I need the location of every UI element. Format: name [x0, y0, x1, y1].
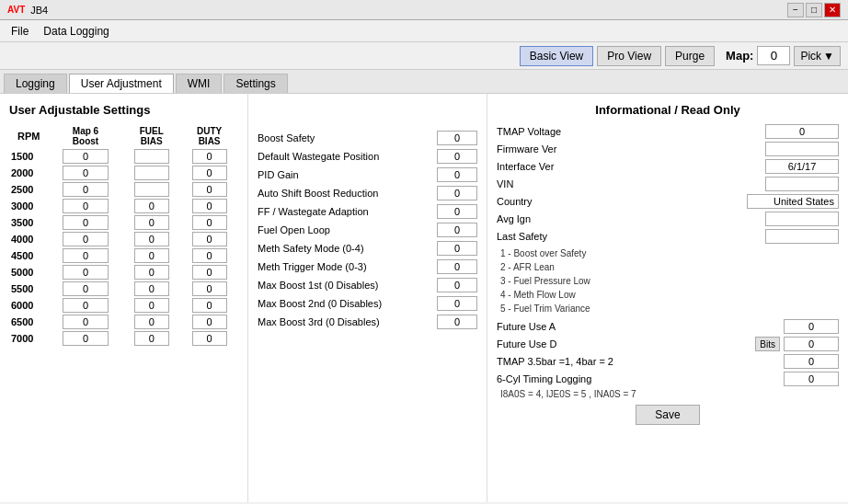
duty-input[interactable]	[192, 199, 227, 213]
middle-panel: Boost Safety Default Wastegate Position …	[248, 94, 487, 502]
map6-input[interactable]	[63, 331, 109, 346]
settings-label: Auto Shift Boost Reduction	[258, 188, 437, 199]
fuel-input[interactable]	[134, 215, 169, 230]
settings-label: Max Boost 1st (0 Disables)	[258, 280, 437, 291]
map6-input[interactable]	[63, 248, 109, 263]
map6-input[interactable]	[63, 215, 109, 230]
map6-input[interactable]	[63, 199, 109, 213]
duty-input[interactable]	[192, 149, 227, 164]
settings-input[interactable]	[437, 278, 477, 292]
info-value-input[interactable]	[765, 229, 839, 244]
table-row: 7000	[9, 330, 238, 347]
table-row: 2500	[9, 181, 238, 198]
settings-label: Max Boost 3rd (0 Disables)	[258, 316, 437, 327]
fuel-input[interactable]	[134, 182, 169, 197]
future-field-row: 6-Cyl Timing Logging	[497, 372, 839, 386]
info-value-input[interactable]	[765, 177, 839, 191]
settings-input[interactable]	[437, 186, 477, 200]
info-title: Informational / Read Only	[497, 103, 839, 117]
fuel-input[interactable]	[134, 281, 169, 296]
future-value-input[interactable]	[784, 319, 839, 334]
duty-input[interactable]	[192, 281, 227, 296]
basic-view-button[interactable]: Basic View	[520, 46, 593, 66]
settings-input[interactable]	[437, 223, 477, 237]
duty-input[interactable]	[192, 182, 227, 197]
duty-input[interactable]	[192, 215, 227, 230]
minimize-button[interactable]: −	[787, 3, 804, 17]
info-row: VIN	[497, 177, 839, 191]
settings-input[interactable]	[437, 131, 477, 145]
pro-view-button[interactable]: Pro View	[597, 46, 661, 66]
map6-input[interactable]	[63, 298, 109, 313]
future-label: Future Use D	[497, 338, 751, 349]
settings-input[interactable]	[437, 167, 477, 182]
settings-label: Max Boost 2nd (0 Disables)	[258, 298, 437, 309]
future-value-input[interactable]	[784, 372, 839, 386]
future-value-input[interactable]	[784, 354, 839, 369]
bits-button[interactable]: Bits	[755, 337, 780, 351]
tab-settings[interactable]: Settings	[223, 74, 287, 93]
settings-row: Boost Safety	[258, 131, 477, 145]
settings-row: Fuel Open Loop	[258, 223, 477, 237]
duty-input[interactable]	[192, 166, 227, 180]
map6-input[interactable]	[63, 265, 109, 280]
info-value-input[interactable]	[765, 159, 839, 174]
map6-input[interactable]	[63, 315, 109, 329]
future-value-input[interactable]	[784, 337, 839, 351]
table-row: 5500	[9, 281, 238, 297]
settings-input[interactable]	[437, 204, 477, 219]
list-item: 3 - Fuel Pressure Low	[500, 274, 839, 288]
duty-input[interactable]	[192, 265, 227, 280]
map6-input[interactable]	[63, 149, 109, 164]
duty-input[interactable]	[192, 331, 227, 346]
duty-input[interactable]	[192, 232, 227, 246]
table-row: 1500	[9, 148, 238, 165]
settings-input[interactable]	[437, 259, 477, 274]
table-row: 2000	[9, 165, 238, 181]
settings-input[interactable]	[437, 149, 477, 164]
settings-input[interactable]	[437, 315, 477, 329]
duty-input[interactable]	[192, 315, 227, 329]
info-value-input[interactable]	[765, 124, 839, 139]
table-row: 5000	[9, 264, 238, 281]
settings-input[interactable]	[437, 241, 477, 256]
rpm-label: 1500	[9, 148, 49, 165]
info-value-input[interactable]	[765, 212, 839, 226]
map6-input[interactable]	[63, 232, 109, 246]
menu-file[interactable]: File	[4, 23, 36, 40]
duty-input[interactable]	[192, 298, 227, 313]
rpm-label: 4500	[9, 247, 49, 264]
safety-list: 1 - Boost over Safety2 - AFR Lean3 - Fue…	[500, 246, 839, 315]
fuel-input[interactable]	[134, 149, 169, 164]
settings-input[interactable]	[437, 296, 477, 311]
tab-wmi[interactable]: WMI	[176, 74, 223, 93]
tab-user-adjustment[interactable]: User Adjustment	[69, 74, 174, 93]
fuel-input[interactable]	[134, 265, 169, 280]
pick-button[interactable]: Pick ▼	[794, 46, 841, 66]
fuel-input[interactable]	[134, 331, 169, 346]
info-value-input[interactable]	[765, 142, 839, 156]
map6-input[interactable]	[63, 166, 109, 180]
menu-data-logging[interactable]: Data Logging	[36, 23, 116, 40]
table-row: 3500	[9, 214, 238, 231]
duty-input[interactable]	[192, 248, 227, 263]
fuel-input[interactable]	[134, 298, 169, 313]
rpm-label: 7000	[9, 330, 49, 347]
map6-input[interactable]	[63, 281, 109, 296]
left-panel-title: User Adjustable Settings	[9, 103, 238, 117]
purge-button[interactable]: Purge	[665, 46, 715, 66]
info-value-input[interactable]	[747, 194, 839, 209]
fuel-input[interactable]	[134, 199, 169, 213]
tab-logging[interactable]: Logging	[4, 74, 67, 93]
save-button[interactable]: Save	[636, 405, 699, 425]
map6-input[interactable]	[63, 182, 109, 197]
map-value-input[interactable]	[757, 46, 790, 65]
close-button[interactable]: ✕	[824, 3, 841, 17]
fuel-input[interactable]	[134, 248, 169, 263]
maximize-button[interactable]: □	[806, 3, 822, 17]
future-fields: Future Use A Future Use D Bits TMAP 3.5b…	[497, 319, 839, 386]
fuel-input[interactable]	[134, 232, 169, 246]
fuel-input[interactable]	[134, 166, 169, 180]
fuel-input[interactable]	[134, 315, 169, 329]
future-field-row: Future Use A	[497, 319, 839, 334]
